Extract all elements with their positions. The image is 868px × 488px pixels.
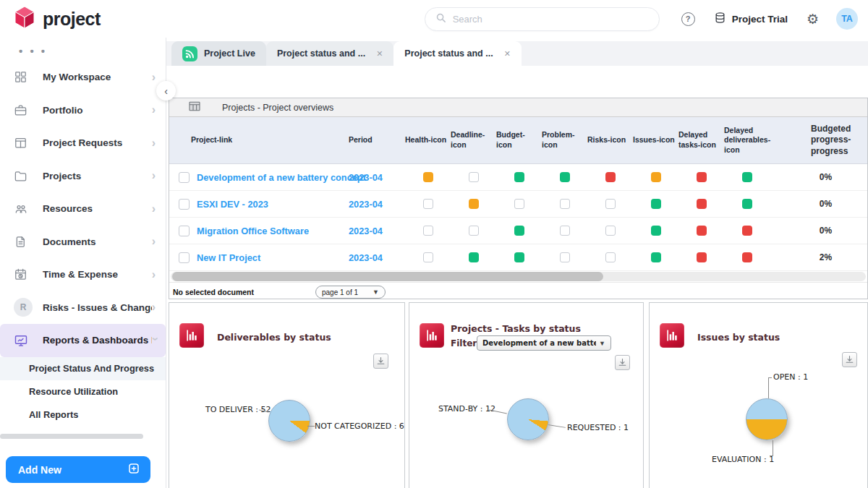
download-chart-button[interactable] <box>373 354 388 369</box>
column-header-deadline-icon[interactable]: Deadline-icon <box>451 130 496 150</box>
chevron-right-icon: › <box>152 235 158 248</box>
project-filter-dropdown[interactable]: Development of a new battery concept ▼ <box>477 335 611 351</box>
page-select[interactable]: page 1 of 1 ▼ <box>315 286 386 299</box>
column-header-budget-icon[interactable]: Budget-icon <box>496 130 542 150</box>
sidebar-subitem-all-reports[interactable]: All Reports <box>0 403 166 427</box>
deliverables-by-status-card: Deliverables by status TO DELIVER : 52 N… <box>169 302 405 488</box>
avatar[interactable]: TA <box>836 8 858 30</box>
gear-icon[interactable]: ⚙ <box>807 12 819 26</box>
row-checkbox[interactable] <box>179 226 190 236</box>
panel-title: Projects - Project overviews <box>222 103 333 113</box>
chart-icon <box>420 323 444 348</box>
table-footer: No selected document page 1 of 1 ▼ <box>169 282 867 301</box>
help-icon[interactable]: ? <box>681 12 695 26</box>
projects-overview-panel: Projects - Project overviews Project-lin… <box>169 98 868 299</box>
chevron-right-icon: › <box>152 169 158 182</box>
sidebar-item-portfolio[interactable]: Portfolio› <box>0 94 166 127</box>
budgeted-progress-value: 0% <box>770 172 867 182</box>
sidebar-item-resources[interactable]: Resources› <box>0 192 166 226</box>
tab-project-status-and-2[interactable]: Project status and ...✕ <box>393 41 521 66</box>
download-chart-button[interactable] <box>615 355 630 370</box>
project-link[interactable]: New IT Project <box>197 252 260 263</box>
project-trial[interactable]: Project Trial <box>714 12 788 26</box>
problem-icon-empty <box>560 252 570 262</box>
search-icon <box>435 12 446 26</box>
delayed-tasks-icon-red <box>697 226 707 236</box>
search-input[interactable] <box>453 14 649 25</box>
sidebar-item-time-expense[interactable]: Time & Expense› <box>0 258 166 291</box>
period-value: 2023-04 <box>349 252 383 263</box>
column-header-risks-icon[interactable]: Risks-icon <box>587 135 633 145</box>
chevron-right-icon: › <box>152 137 158 150</box>
column-header-delayed-tasks-icon[interactable]: Delayed tasks-icon <box>678 130 724 150</box>
sidebar-nav: My Workspace›Portfolio›Project Requests›… <box>0 61 166 357</box>
project-link[interactable]: Development of a new battery concept <box>197 172 366 183</box>
sidebar-item-risks-issues-change-re[interactable]: RRisks - Issues & Change Re...› <box>0 291 166 325</box>
table-row-new-it-project: New IT Project2023-042% <box>169 244 867 271</box>
period-value: 2023-04 <box>349 172 383 183</box>
sidebar-subitem-label: All Reports <box>29 409 78 420</box>
sidebar-item-projects[interactable]: Projects› <box>0 160 166 193</box>
sidebar-subitem-label: Resource Utilization <box>29 386 118 397</box>
close-icon[interactable]: ✕ <box>376 49 383 59</box>
sidebar-item-project-requests[interactable]: Project Requests› <box>0 127 166 160</box>
tasks-pie-chart[interactable] <box>507 398 549 440</box>
sidebar-item-label: Project Requests <box>33 137 152 148</box>
sidebar-item-reports-dashboards-lib[interactable]: Reports & Dashboards Lib...› <box>0 324 166 357</box>
delayed-deliverables-icon-red <box>742 226 752 236</box>
issues-pie-chart[interactable] <box>746 398 788 440</box>
tab-project-live-0[interactable]: Project Live <box>171 41 266 66</box>
budgeted-progress-value: 2% <box>770 252 867 262</box>
column-header-problem-icon[interactable]: Problem-icon <box>542 130 587 150</box>
sidebar-scrollbar[interactable] <box>0 434 143 439</box>
deadline-icon-empty <box>469 226 479 236</box>
issues-icon-green <box>651 226 661 236</box>
row-checkbox[interactable] <box>179 252 190 263</box>
close-icon[interactable]: ✕ <box>504 49 511 59</box>
delayed-tasks-icon-red <box>697 199 707 209</box>
content-top-strip <box>166 66 868 98</box>
add-new-button[interactable]: Add New <box>6 456 150 483</box>
table-icon <box>189 101 200 114</box>
tab-label: Project status and ... <box>404 48 493 59</box>
pie-connector <box>768 377 772 378</box>
row-checkbox[interactable] <box>179 199 190 210</box>
table-hscrollbar-thumb[interactable] <box>172 272 603 281</box>
resources-users-icon <box>14 202 33 215</box>
download-chart-button[interactable] <box>842 352 857 367</box>
project-link[interactable]: ESXI DEV - 2023 <box>197 199 268 210</box>
search-box[interactable] <box>425 7 660 31</box>
sidebar-item-documents[interactable]: Documents› <box>0 226 166 259</box>
sidebar-subitem-resource-utilization[interactable]: Resource Utilization <box>0 380 166 403</box>
pie-label: EVALUATION : 1 <box>712 455 774 464</box>
sidebar-overflow-dots[interactable]: • • • <box>0 38 166 61</box>
column-header-period[interactable]: Period <box>349 135 405 145</box>
deliverables-pie-chart[interactable] <box>268 400 310 442</box>
app-logo[interactable]: project <box>13 5 101 33</box>
project-link[interactable]: Migration Office Software <box>197 226 309 236</box>
risks-icon-empty <box>605 252 616 262</box>
sidebar-item-label: Portfolio <box>33 105 152 116</box>
row-checkbox[interactable] <box>179 172 190 183</box>
health-icon-empty <box>423 252 433 262</box>
issues-by-status-card: Issues by status OPEN : 1 EVALUATION : 1 <box>649 302 868 488</box>
column-header-delayed-deliverables-icon[interactable]: Delayed deliverables-icon <box>724 126 770 155</box>
column-header-issues-icon[interactable]: Issues-icon <box>633 135 678 145</box>
sidebar-collapse-button[interactable]: ‹ <box>156 81 176 100</box>
sidebar-item-label: Documents <box>33 236 152 247</box>
sidebar-subitem-project-status-and-progress[interactable]: Project Status And Progress <box>0 357 166 380</box>
column-header-budgeted-progress-progress[interactable]: Budgeted progress-progress <box>770 124 867 158</box>
column-header-health-icon[interactable]: Health-icon <box>405 135 451 145</box>
period-value: 2023-04 <box>349 226 383 236</box>
pie-label: REQUESTED : 1 <box>567 423 629 432</box>
tab-project-status-and-1[interactable]: Project status and ...✕ <box>266 41 393 66</box>
deadline-icon-green <box>469 252 479 262</box>
sidebar-item-label: Projects <box>33 171 152 181</box>
column-header-project-link[interactable]: Project-link <box>169 135 349 145</box>
projects-folder-icon <box>14 169 33 183</box>
sidebar-item-my-workspace[interactable]: My Workspace› <box>0 61 166 94</box>
pie-connector <box>770 455 773 456</box>
budgeted-progress-value: 0% <box>770 226 867 236</box>
issues-icon-green <box>651 199 661 209</box>
chart-icon <box>660 323 684 348</box>
